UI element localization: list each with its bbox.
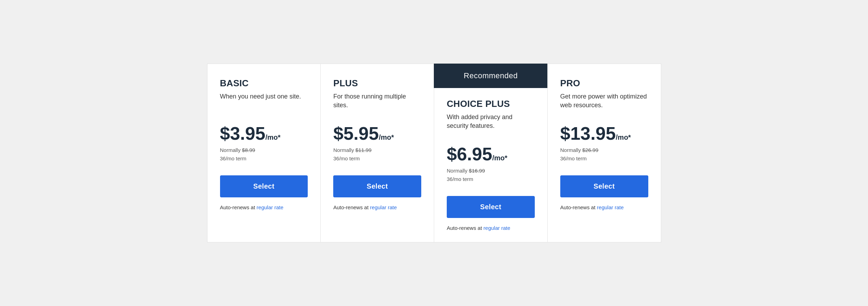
auto-renews-pro: Auto-renews at regular rate — [560, 204, 648, 210]
price-section-plus: $5.95/mo* Normally $11.99 36/mo term — [333, 124, 421, 163]
plan-name-basic: BASIC — [220, 78, 308, 89]
price-normally-pro: Normally $26.99 36/mo term — [560, 146, 648, 163]
plan-description-pro: Get more power with optimized web resour… — [560, 92, 648, 112]
plan-name-plus: PLUS — [333, 78, 421, 89]
regular-rate-link-pro[interactable]: regular rate — [597, 204, 624, 210]
plan-description-basic: When you need just one site. — [220, 92, 308, 112]
price-section-basic: $3.95/mo* Normally $8.99 36/mo term — [220, 124, 308, 163]
plan-card-plus: PLUS For those running multiple sites. $… — [320, 64, 434, 242]
select-button-choice-plus[interactable]: Select — [447, 196, 535, 218]
plan-name-pro: PRO — [560, 78, 648, 89]
price-section-choice-plus: $6.95/mo* Normally $16.99 36/mo term — [447, 145, 535, 183]
plan-description-plus: For those running multiple sites. — [333, 92, 421, 112]
auto-renews-basic: Auto-renews at regular rate — [220, 204, 308, 210]
plan-card-pro: PRO Get more power with optimized web re… — [547, 64, 661, 242]
price-section-pro: $13.95/mo* Normally $26.99 36/mo term — [560, 124, 648, 163]
pricing-container: BASIC When you need just one site. $3.95… — [207, 64, 661, 242]
select-button-basic[interactable]: Select — [220, 175, 308, 197]
price-normally-plus: Normally $11.99 36/mo term — [333, 146, 421, 163]
price-normally-basic: Normally $8.99 36/mo term — [220, 146, 308, 163]
price-main-pro: $13.95/mo* — [560, 124, 631, 143]
price-main-basic: $3.95/mo* — [220, 124, 280, 143]
regular-rate-link-basic[interactable]: regular rate — [257, 204, 284, 210]
plan-card-choice-plus: Recommended CHOICE PLUS With added priva… — [434, 64, 547, 242]
price-main-choice-plus: $6.95/mo* — [447, 145, 507, 163]
price-main-plus: $5.95/mo* — [333, 124, 394, 143]
auto-renews-plus: Auto-renews at regular rate — [333, 204, 421, 210]
recommended-banner: Recommended — [434, 64, 548, 88]
plan-description-choice-plus: With added privacy and security features… — [447, 113, 535, 132]
select-button-plus[interactable]: Select — [333, 175, 421, 197]
select-button-pro[interactable]: Select — [560, 175, 648, 197]
plan-card-basic: BASIC When you need just one site. $3.95… — [207, 64, 321, 242]
price-normally-choice-plus: Normally $16.99 36/mo term — [447, 167, 535, 183]
auto-renews-choice-plus: Auto-renews at regular rate — [447, 225, 535, 231]
regular-rate-link-choice-plus[interactable]: regular rate — [483, 225, 510, 231]
plan-name-choice-plus: CHOICE PLUS — [447, 99, 535, 109]
regular-rate-link-plus[interactable]: regular rate — [370, 204, 397, 210]
